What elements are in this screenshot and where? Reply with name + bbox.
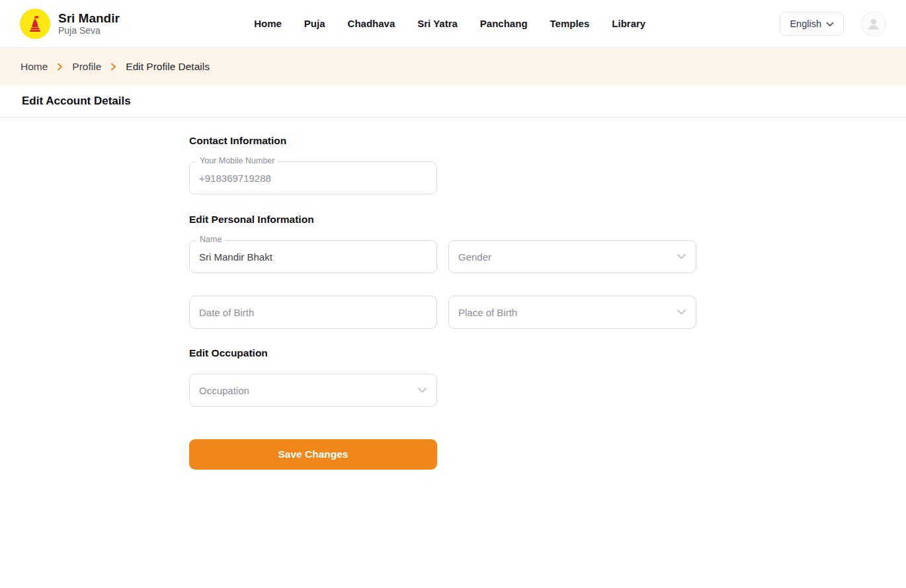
- edit-occupation-heading: Edit Occupation: [189, 347, 696, 359]
- nav-item-library[interactable]: Library: [612, 18, 645, 29]
- name-field-wrapper: Name: [189, 240, 437, 273]
- nav-item-temples[interactable]: Temples: [550, 18, 590, 29]
- nav-item-puja[interactable]: Puja: [304, 18, 325, 29]
- save-changes-button[interactable]: Save Changes: [189, 439, 437, 470]
- brand-subtitle: Puja Seva: [58, 25, 120, 36]
- gender-placeholder: Gender: [458, 251, 491, 263]
- nav-item-sri-yatra[interactable]: Sri Yatra: [417, 18, 458, 29]
- chevron-right-icon: [110, 63, 116, 71]
- chevron-down-icon: [677, 251, 686, 263]
- place-of-birth-placeholder: Place of Birth: [458, 307, 517, 318]
- breadcrumb: Home Profile Edit Profile Details: [0, 48, 906, 85]
- edit-account-form: Contact Information Your Mobile Number E…: [0, 118, 906, 470]
- date-of-birth-input[interactable]: [190, 296, 436, 328]
- breadcrumb-item-profile[interactable]: Profile: [72, 61, 101, 73]
- nav-item-chadhava[interactable]: Chadhava: [348, 18, 395, 29]
- language-selector-label: English: [790, 19, 821, 29]
- temple-icon: [20, 9, 50, 39]
- user-avatar-icon[interactable]: [861, 11, 886, 36]
- chevron-down-icon: [417, 384, 427, 396]
- chevron-right-icon: [57, 63, 63, 71]
- brand-title: Sri Mandir: [58, 11, 120, 26]
- mobile-number-input[interactable]: [190, 162, 436, 194]
- contact-information-heading: Contact Information: [189, 135, 696, 147]
- title-bar: Edit Account Details: [0, 85, 906, 118]
- header-right: English: [780, 11, 886, 36]
- top-nav: Sri Mandir Puja Seva Home Puja Chadhava …: [0, 0, 906, 48]
- brand-logo[interactable]: Sri Mandir Puja Seva: [20, 9, 120, 39]
- chevron-down-icon: [826, 19, 834, 29]
- gender-select[interactable]: Gender: [448, 240, 696, 273]
- chevron-down-icon: [677, 306, 686, 318]
- breadcrumb-item-home[interactable]: Home: [21, 61, 48, 73]
- date-of-birth-field-wrapper: [189, 296, 437, 329]
- nav-item-home[interactable]: Home: [254, 18, 282, 29]
- mobile-number-field-wrapper: Your Mobile Number: [189, 161, 437, 194]
- main-nav: Home Puja Chadhava Sri Yatra Panchang Te…: [254, 18, 645, 29]
- edit-personal-information-heading: Edit Personal Information: [189, 214, 696, 226]
- name-input[interactable]: [190, 241, 436, 273]
- occupation-placeholder: Occupation: [199, 385, 249, 396]
- language-selector-button[interactable]: English: [780, 12, 844, 36]
- occupation-select[interactable]: Occupation: [189, 374, 437, 407]
- brand-text: Sri Mandir Puja Seva: [58, 11, 120, 36]
- breadcrumb-item-edit-profile-details: Edit Profile Details: [126, 61, 210, 73]
- place-of-birth-select[interactable]: Place of Birth: [448, 296, 696, 329]
- page-title: Edit Account Details: [22, 95, 131, 108]
- nav-item-panchang[interactable]: Panchang: [480, 18, 528, 29]
